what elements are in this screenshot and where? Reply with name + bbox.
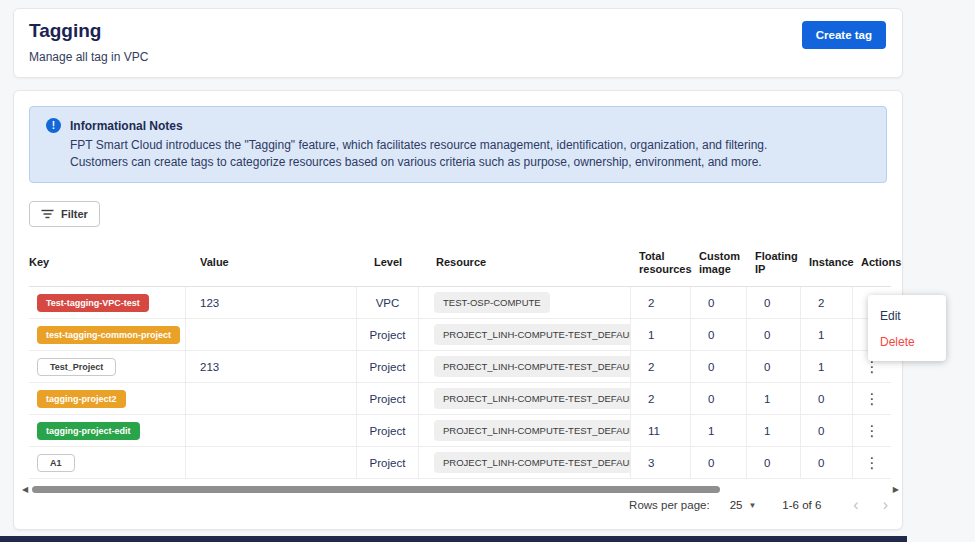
horizontal-scrollbar: ◀ ▶ xyxy=(16,484,902,496)
row-actions-kebab-icon[interactable]: ⋮ xyxy=(864,456,880,470)
total-resources-cell: 2 xyxy=(631,383,691,414)
custom-image-cell: 0 xyxy=(691,287,747,318)
total-resources-cell: 2 xyxy=(631,351,691,382)
total-resources-cell: 3 xyxy=(631,447,691,478)
next-page-button[interactable]: › xyxy=(883,497,888,513)
tag-level-cell: Project xyxy=(357,319,419,350)
pagination-range-label: 1-6 of 6 xyxy=(782,499,821,511)
column-header-level: Level xyxy=(357,256,419,269)
table-row: A1 Project PROJECT_LINH-COMPUTE-TEST_DEF… xyxy=(29,447,891,479)
scroll-left-arrow-icon[interactable]: ◀ xyxy=(22,485,28,495)
instance-cell: 0 xyxy=(801,447,853,478)
floating-ip-cell: 0 xyxy=(747,447,801,478)
instance-cell: 0 xyxy=(801,383,853,414)
column-header-resource: Resource xyxy=(419,256,631,269)
floating-ip-cell: 0 xyxy=(747,319,801,350)
table-row: tagging-project-edit Project PROJECT_LIN… xyxy=(29,415,891,447)
create-tag-button[interactable]: Create tag xyxy=(802,21,886,49)
info-note-title: Informational Notes xyxy=(70,119,183,133)
chevron-down-icon: ▼ xyxy=(748,501,756,510)
scrollbar-thumb[interactable] xyxy=(32,486,720,493)
filter-lines-icon xyxy=(41,209,54,219)
table-row: tagging-project2 Project PROJECT_LINH-CO… xyxy=(29,383,891,415)
row-actions-menu: Edit Delete xyxy=(868,295,946,361)
instance-cell: 0 xyxy=(801,415,853,446)
tag-value-cell xyxy=(186,447,357,478)
filter-button[interactable]: Filter xyxy=(29,201,100,227)
custom-image-cell: 1 xyxy=(691,415,747,446)
tag-key-badge: tagging-project-edit xyxy=(37,422,140,440)
table-row: test-tagging-common-project Project PROJ… xyxy=(29,319,891,351)
main-card: ! Informational Notes FPT Smart Cloud in… xyxy=(13,90,903,530)
resource-pill: PROJECT_LINH-COMPUTE-TEST_DEFAULT xyxy=(434,324,631,345)
custom-image-cell: 0 xyxy=(691,319,747,350)
tag-level-cell: Project xyxy=(357,351,419,382)
rows-per-page-value: 25 xyxy=(730,499,743,511)
column-header-floating-ip: Floating IP xyxy=(747,250,801,276)
column-header-custom-image: Custom image xyxy=(691,250,747,276)
tag-level-cell: VPC xyxy=(357,287,419,318)
custom-image-cell: 0 xyxy=(691,383,747,414)
info-note-line2: Customers can create tags to categorize … xyxy=(70,154,870,171)
page-title: Tagging xyxy=(29,20,101,42)
resource-pill: PROJECT_LINH-COMPUTE-TEST_DEFAULT xyxy=(434,388,631,409)
menu-item-delete[interactable]: Delete xyxy=(868,329,946,355)
custom-image-cell: 0 xyxy=(691,447,747,478)
tag-level-cell: Project xyxy=(357,415,419,446)
resource-pill: PROJECT_LINH-COMPUTE-TEST_DEFAULT xyxy=(434,356,631,377)
resource-pill: PROJECT_LINH-COMPUTE-TEST_DEFAULT xyxy=(434,452,631,473)
page-subtitle: Manage all tag in VPC xyxy=(29,50,148,64)
rows-per-page-label: Rows per page: xyxy=(629,499,710,511)
custom-image-cell: 0 xyxy=(691,351,747,382)
scroll-right-arrow-icon[interactable]: ▶ xyxy=(893,485,899,495)
row-actions-kebab-icon[interactable]: ⋮ xyxy=(864,424,880,438)
tag-value-cell: 123 xyxy=(186,287,357,318)
instance-cell: 1 xyxy=(801,351,853,382)
informational-notes-box: ! Informational Notes FPT Smart Cloud in… xyxy=(29,106,887,183)
tag-key-badge: test-tagging-common-project xyxy=(37,326,180,344)
table-row: Test-tagging-VPC-test 123 VPC TEST-OSP-C… xyxy=(29,287,891,319)
floating-ip-cell: 1 xyxy=(747,383,801,414)
tag-key-badge: Test-tagging-VPC-test xyxy=(37,294,149,312)
column-header-instance: Instance xyxy=(801,256,853,269)
total-resources-cell: 2 xyxy=(631,287,691,318)
row-actions-kebab-icon[interactable]: ⋮ xyxy=(864,360,880,374)
floating-ip-cell: 0 xyxy=(747,351,801,382)
floating-ip-cell: 1 xyxy=(747,415,801,446)
menu-item-edit[interactable]: Edit xyxy=(868,303,946,329)
instance-cell: 2 xyxy=(801,287,853,318)
pagination-bar: Rows per page: 25 ▼ 1-6 of 6 ‹ › xyxy=(629,497,888,513)
resource-pill: TEST-OSP-COMPUTE xyxy=(434,292,550,313)
header-card: Tagging Manage all tag in VPC Create tag xyxy=(13,8,903,78)
filter-button-label: Filter xyxy=(61,208,88,220)
tag-level-cell: Project xyxy=(357,447,419,478)
column-header-value: Value xyxy=(186,256,357,269)
tags-table: Key Value Level Resource Total resources… xyxy=(29,239,891,479)
info-note-line1: FPT Smart Cloud introduces the "Tagging"… xyxy=(70,137,870,154)
tag-value-cell: 213 xyxy=(186,351,357,382)
tag-key-badge: Test_Project xyxy=(37,358,116,376)
rows-per-page-select[interactable]: 25 ▼ xyxy=(730,499,757,511)
tag-value-cell xyxy=(186,415,357,446)
column-header-actions: Actions xyxy=(853,256,891,269)
total-resources-cell: 11 xyxy=(631,415,691,446)
column-header-total-resources: Total resources xyxy=(631,250,691,276)
tag-value-cell xyxy=(186,319,357,350)
table-header-row: Key Value Level Resource Total resources… xyxy=(29,239,891,287)
resource-pill: PROJECT_LINH-COMPUTE-TEST_DEFAULT xyxy=(434,420,631,441)
info-circle-icon: ! xyxy=(46,118,61,133)
total-resources-cell: 1 xyxy=(631,319,691,350)
column-header-key: Key xyxy=(29,256,186,269)
bottom-bar xyxy=(0,536,907,542)
tag-key-badge: A1 xyxy=(37,454,75,472)
previous-page-button[interactable]: ‹ xyxy=(853,497,858,513)
tag-level-cell: Project xyxy=(357,383,419,414)
floating-ip-cell: 0 xyxy=(747,287,801,318)
row-actions-kebab-icon[interactable]: ⋮ xyxy=(864,392,880,406)
tag-value-cell xyxy=(186,383,357,414)
tag-key-badge: tagging-project2 xyxy=(37,390,126,408)
instance-cell: 1 xyxy=(801,319,853,350)
table-row: Test_Project 213 Project PROJECT_LINH-CO… xyxy=(29,351,891,383)
